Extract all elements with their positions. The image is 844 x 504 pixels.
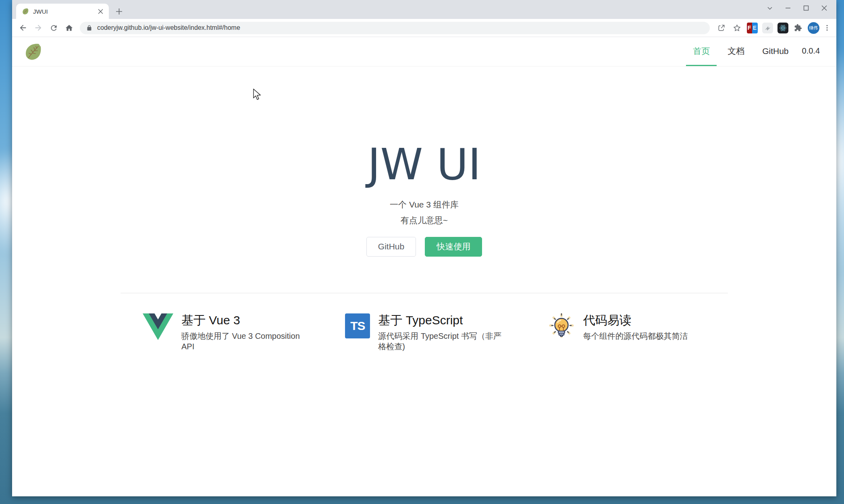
browser-toolbar: coderyjw.github.io/jw-ui-website/index.h…: [12, 19, 836, 37]
github-button[interactable]: GitHub: [366, 237, 416, 257]
tab-strip: JWUI: [12, 0, 836, 19]
reload-icon[interactable]: [46, 21, 61, 35]
extension-fe-icon[interactable]: F E: [746, 22, 758, 34]
main-nav: 首页 文档 GitHub 0.0.4: [682, 37, 822, 66]
vue-logo-icon: [143, 313, 173, 352]
hero-section: JW UI 一个 Vue 3 组件库 有点儿意思~ GitHub 快速使用: [12, 66, 836, 257]
feature-typescript: TS 基于 TypeScript 源代码采用 TypeScript 书写（非严格…: [323, 313, 525, 352]
hero-actions: GitHub 快速使用: [12, 237, 836, 257]
site-header: 首页 文档 GitHub 0.0.4: [12, 37, 836, 66]
feature-desc: 每个组件的源代码都极其简洁: [583, 331, 688, 341]
lock-icon: [86, 25, 92, 31]
maximize-icon[interactable]: [797, 0, 815, 16]
typescript-logo-icon: TS: [345, 313, 370, 338]
extensions-puzzle-icon[interactable]: [792, 22, 804, 34]
fe-letter-e: E: [752, 23, 758, 33]
close-window-icon[interactable]: [815, 0, 833, 16]
nav-item-version: 0.0.4: [800, 37, 822, 66]
tab-close-icon[interactable]: [96, 7, 105, 16]
extension-react-icon[interactable]: [777, 22, 789, 34]
hero-subtitle-1: 一个 Vue 3 组件库: [12, 199, 836, 211]
features-row: 基于 Vue 3 骄傲地使用了 Vue 3 Composition API TS…: [121, 313, 728, 352]
hero-subtitle-2: 有点儿意思~: [12, 214, 836, 226]
nav-item-docs[interactable]: 文档: [721, 37, 751, 66]
feature-desc: 源代码采用 TypeScript 书写（非严格检查): [378, 331, 508, 352]
quick-start-button[interactable]: 快速使用: [425, 237, 482, 257]
url-bar[interactable]: coderyjw.github.io/jw-ui-website/index.h…: [80, 22, 710, 34]
section-divider: [121, 293, 728, 293]
share-icon[interactable]: [715, 22, 728, 34]
bookmark-star-icon[interactable]: [731, 22, 743, 34]
back-icon[interactable]: [16, 21, 30, 35]
forward-icon[interactable]: [31, 21, 46, 35]
feature-title: 代码易读: [583, 313, 688, 328]
feature-readable: 代码易读 每个组件的源代码都极其简洁: [526, 313, 728, 352]
feature-title: 基于 Vue 3: [181, 313, 311, 328]
feature-desc: 骄傲地使用了 Vue 3 Composition API: [181, 331, 311, 352]
menu-dots-icon[interactable]: [823, 22, 832, 34]
browser-window: JWUI: [12, 0, 836, 496]
fe-letter-f: F: [747, 23, 752, 33]
window-controls: [761, 0, 833, 16]
site-logo-leaf-icon[interactable]: [23, 41, 43, 62]
nav-item-home[interactable]: 首页: [686, 37, 717, 66]
profile-avatar[interactable]: 继伟: [807, 22, 819, 34]
page-title: JW UI: [12, 141, 836, 188]
avatar-text: 继伟: [808, 22, 819, 34]
minimize-icon[interactable]: [779, 0, 797, 16]
home-icon[interactable]: [62, 21, 76, 35]
leaf-favicon-icon: [22, 8, 29, 15]
feature-vue: 基于 Vue 3 骄傲地使用了 Vue 3 Composition API: [121, 313, 323, 352]
tab-title: JWUI: [33, 8, 96, 15]
url-text: coderyjw.github.io/jw-ui-website/index.h…: [97, 24, 240, 31]
browser-tab[interactable]: JWUI: [16, 4, 109, 19]
nav-item-github[interactable]: GitHub: [755, 37, 795, 66]
chevron-down-icon[interactable]: [761, 0, 779, 16]
new-tab-icon[interactable]: [113, 5, 125, 17]
page-content: 首页 文档 GitHub 0.0.4 JW UI 一个 Vue 3 组件库 有点…: [12, 37, 836, 496]
extension-bird-icon[interactable]: [761, 22, 773, 34]
feature-title: 基于 TypeScript: [378, 313, 508, 328]
lightbulb-icon: [548, 313, 575, 352]
